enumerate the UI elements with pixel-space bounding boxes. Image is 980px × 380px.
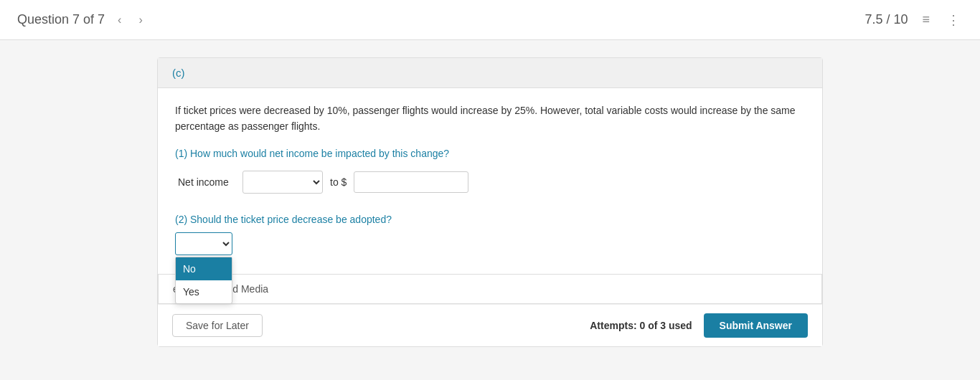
more-options-button[interactable]: ⋮ — [944, 9, 963, 31]
net-income-label: Net income — [178, 176, 235, 188]
footer-right: Attempts: 0 of 3 used Submit Answer — [590, 313, 808, 338]
net-income-direction-select[interactable]: increase decrease — [242, 171, 323, 194]
list-icon-button[interactable]: ≡ — [919, 9, 933, 30]
adopt-dropdown-wrapper: No Yes No Yes — [175, 232, 232, 255]
adopt-option-yes[interactable]: Yes — [176, 280, 232, 303]
net-income-row: Net income increase decrease to $ — [175, 171, 805, 194]
net-income-amount-input[interactable] — [354, 171, 468, 193]
score-display: 7.5 / 10 — [864, 12, 908, 27]
card-footer: Save for Later Attempts: 0 of 3 used Sub… — [158, 304, 822, 346]
save-for-later-button[interactable]: Save for Later — [172, 314, 263, 337]
adopt-select[interactable]: No Yes — [175, 232, 232, 255]
question-body-text: If ticket prices were decreased by 10%, … — [175, 103, 805, 135]
question-counter: Question 7 of 7 — [17, 12, 105, 27]
part-label: (c) — [172, 67, 185, 79]
main-content: (c) If ticket prices were decreased by 1… — [146, 57, 834, 347]
card-header: (c) — [158, 58, 822, 88]
sub-question-1-label: (1) How much would net income be impacte… — [175, 148, 805, 159]
adopt-dropdown-popup: No Yes — [175, 257, 232, 304]
question-2-row: No Yes No Yes — [175, 232, 805, 255]
next-question-button[interactable]: › — [134, 11, 146, 29]
attempts-label: Attempts: 0 of 3 used — [590, 320, 692, 331]
header-right: 7.5 / 10 ≡ ⋮ — [864, 9, 963, 31]
adopt-option-no[interactable]: No — [176, 257, 232, 280]
header: Question 7 of 7 ‹ › 7.5 / 10 ≡ ⋮ — [0, 0, 980, 40]
sub-question-2-label: (2) Should the ticket price decrease be … — [175, 214, 805, 225]
etextbook-bar: eTextbook and Media — [158, 274, 822, 304]
card-body: If ticket prices were decreased by 10%, … — [158, 88, 822, 272]
prev-question-button[interactable]: ‹ — [113, 11, 126, 29]
header-left: Question 7 of 7 ‹ › — [17, 11, 864, 29]
to-dollar-label: to $ — [330, 176, 347, 188]
question-card: (c) If ticket prices were decreased by 1… — [157, 57, 823, 347]
submit-answer-button[interactable]: Submit Answer — [704, 313, 808, 338]
